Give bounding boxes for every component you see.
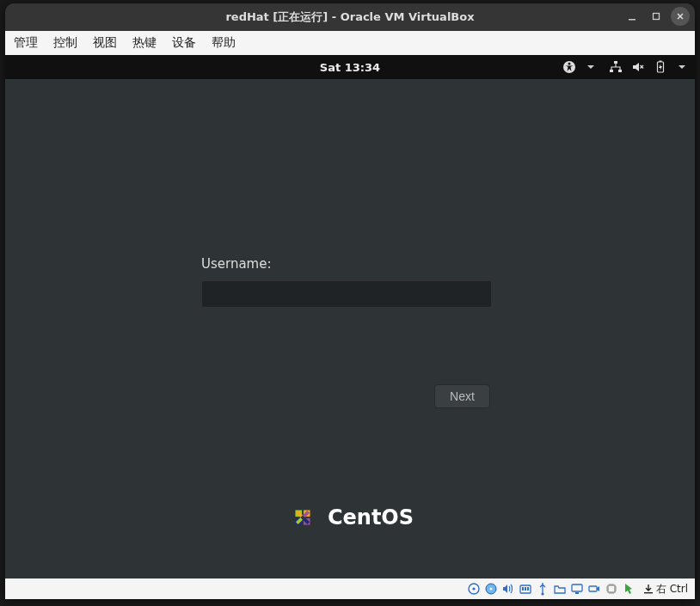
usb-icon[interactable] (536, 582, 550, 597)
menu-manage[interactable]: 管理 (14, 35, 38, 51)
login-form: Username: (201, 256, 494, 308)
window-title: redHat [正在运行] - Oracle VM VirtualBox (225, 9, 474, 25)
chevron-down-icon (678, 61, 686, 74)
virtualbox-statusbar: 右 Ctrl (5, 578, 695, 599)
menu-control[interactable]: 控制 (53, 35, 77, 51)
gnome-top-bar: Sat 13:34 (5, 55, 695, 79)
svg-rect-24 (527, 587, 529, 591)
network-adapter-icon[interactable] (519, 582, 533, 597)
host-key-label: 右 Ctrl (656, 582, 688, 597)
distro-name: CentOS (328, 505, 414, 529)
svg-point-3 (568, 63, 571, 65)
volume-muted-icon (631, 60, 645, 74)
processor-icon[interactable] (605, 582, 619, 597)
svg-rect-5 (610, 70, 613, 72)
battery-icon (654, 60, 667, 74)
menu-view[interactable]: 视图 (93, 35, 117, 51)
display-icon[interactable] (570, 582, 585, 597)
svg-point-25 (542, 592, 544, 595)
menu-hotkey[interactable]: 热键 (132, 35, 157, 51)
accessibility-icon (562, 60, 576, 74)
svg-point-20 (490, 588, 493, 591)
svg-rect-22 (522, 587, 524, 591)
system-tray (562, 55, 686, 79)
svg-rect-29 (608, 585, 615, 592)
svg-rect-28 (589, 586, 597, 591)
username-input[interactable] (201, 280, 492, 308)
arrow-down-icon (642, 583, 654, 595)
close-button[interactable] (671, 7, 690, 26)
svg-rect-30 (644, 592, 653, 593)
minimize-button[interactable] (623, 7, 642, 26)
window-controls (623, 7, 690, 26)
distro-brand: CentOS (5, 501, 695, 534)
svg-rect-23 (525, 587, 526, 591)
menu-devices[interactable]: 设备 (172, 35, 196, 51)
guest-screen: Sat 13:34 (5, 55, 695, 578)
next-button[interactable]: Next (434, 384, 490, 408)
chevron-down-icon (586, 61, 595, 74)
menu-help[interactable]: 帮助 (212, 35, 236, 51)
optical-icon[interactable] (484, 582, 499, 597)
clock-label[interactable]: Sat 13:34 (320, 61, 380, 74)
virtualbox-menubar: 管理 控制 视图 热键 设备 帮助 (5, 31, 695, 55)
recording-icon[interactable] (587, 582, 602, 597)
svg-rect-26 (572, 585, 582, 591)
host-key-indicator[interactable]: 右 Ctrl (642, 582, 688, 597)
harddisk-icon[interactable] (467, 582, 482, 597)
svg-rect-0 (629, 19, 636, 21)
username-label: Username: (201, 256, 494, 272)
status-menu[interactable] (609, 60, 686, 74)
svg-point-18 (473, 587, 476, 590)
centos-logo-icon (286, 501, 319, 534)
network-icon (609, 60, 623, 74)
svg-rect-27 (575, 592, 579, 594)
shared-folder-icon[interactable] (553, 582, 568, 597)
maximize-button[interactable] (647, 7, 666, 26)
svg-rect-4 (614, 61, 617, 64)
audio-icon[interactable] (501, 582, 516, 597)
svg-rect-1 (654, 14, 660, 20)
mouse-integration-icon[interactable] (622, 582, 636, 597)
accessibility-menu[interactable] (562, 60, 595, 74)
virtualbox-window: redHat [正在运行] - Oracle VM VirtualBox 管理 … (5, 3, 695, 599)
svg-rect-8 (660, 61, 662, 63)
svg-rect-6 (618, 70, 622, 72)
window-titlebar[interactable]: redHat [正在运行] - Oracle VM VirtualBox (5, 3, 695, 31)
